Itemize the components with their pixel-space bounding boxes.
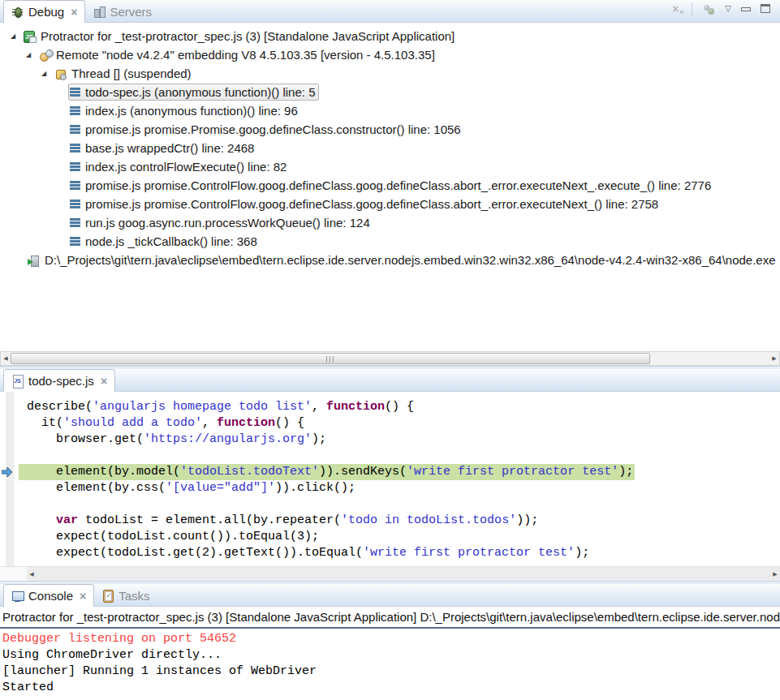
tasks-icon xyxy=(101,589,114,602)
code-line-text: var todoList = element.all(by.repeater('… xyxy=(19,513,538,529)
stack-frame-row[interactable]: promise.js promise.Promise.goog.defineCl… xyxy=(0,120,780,139)
current-debug-line: element(by.model('todoList.todoText')).s… xyxy=(19,464,635,480)
editor-tab-bar: todo-spec.js × xyxy=(0,369,780,392)
tree-item-box: Protractor for _test-protractor_spec.js … xyxy=(22,28,459,45)
tree-item-label: node.js _tickCallback() line: 368 xyxy=(85,234,257,248)
tab-console[interactable]: Console × xyxy=(3,584,94,607)
tree-item-label: todo-spec.js (anonymous function)() line… xyxy=(85,85,315,99)
expand-arrow-icon[interactable]: ◢ xyxy=(11,27,22,45)
scroll-left-icon[interactable]: ◀ xyxy=(27,567,37,582)
code-editor[interactable]: describe('angularjs homepage todo list',… xyxy=(0,392,780,566)
stack-frame-icon xyxy=(70,176,81,195)
tree-item-box: Thread [] (suspended) xyxy=(53,65,196,82)
code-line[interactable]: it('should add a todo', function() { xyxy=(19,415,780,432)
code-line-text: expect(todoList.get(2).getText()).toEqua… xyxy=(19,545,589,561)
stack-frame-icon xyxy=(70,195,81,213)
js-launch-icon xyxy=(24,30,37,43)
scrollbar-track[interactable]: ◀ ▶ xyxy=(27,567,780,581)
tab-debug[interactable]: Debug × xyxy=(3,0,85,23)
code-line[interactable]: expect(todoList.get(2).getText()).toEqua… xyxy=(19,545,780,561)
tree-item-box: promise.js promise.Promise.goog.defineCl… xyxy=(68,121,465,138)
stack-frame-icon xyxy=(70,120,81,139)
stack-frame-row[interactable]: node.js _tickCallback() line: 368 xyxy=(0,232,780,251)
code-line[interactable]: element(by.model('todoList.todoText')).s… xyxy=(19,464,780,480)
code-line-text: it('should add a todo', function() { xyxy=(19,415,304,432)
stack-frame-row[interactable]: todo-spec.js (anonymous function)() line… xyxy=(0,83,780,101)
minimize-view-button[interactable] xyxy=(741,7,751,11)
process-icon xyxy=(28,254,41,267)
stack-frame-icon xyxy=(70,232,81,251)
stack-frame-row[interactable]: run.js goog.async.run.processWorkQueue()… xyxy=(0,213,780,232)
tab-tasks[interactable]: Tasks xyxy=(94,585,157,606)
debug-tree-row[interactable]: ◢Protractor for _test-protractor_spec.js… xyxy=(0,27,780,45)
maximize-view-button[interactable] xyxy=(761,4,770,13)
tree-item-box: node.js _tickCallback() line: 368 xyxy=(68,233,261,250)
stack-frame-icon xyxy=(70,139,81,157)
tree-item-box: base.js wrappedCtr() line: 2468 xyxy=(68,140,258,157)
console-tab-bar: Console × Tasks xyxy=(0,584,780,607)
code-line[interactable] xyxy=(19,496,780,513)
tree-item-box: index.js (anonymous function)() line: 96 xyxy=(68,102,302,119)
console-icon xyxy=(11,590,24,603)
stack-frame-row[interactable]: promise.js promise.ControlFlow.goog.defi… xyxy=(0,195,780,213)
code-line[interactable]: describe('angularjs homepage todo list',… xyxy=(19,399,780,415)
remove-all-terminated-icon[interactable]: ×× xyxy=(669,2,682,15)
code-line-text: describe('angularjs homepage todo list',… xyxy=(19,399,414,415)
scroll-right-icon[interactable]: ▶ xyxy=(769,352,779,365)
view-menu-icon[interactable]: ▽ xyxy=(725,2,731,15)
debug-view: Debug × Servers ×× ▽ ◢Protractor for _te… xyxy=(0,0,780,366)
close-icon[interactable]: × xyxy=(80,591,86,601)
tree-item-label: run.js goog.async.run.processWorkQueue()… xyxy=(85,216,370,230)
tree-item-label: base.js wrappedCtr() line: 2468 xyxy=(85,141,254,155)
stack-frame-row[interactable]: promise.js promise.ControlFlow.goog.defi… xyxy=(0,176,780,195)
close-icon[interactable]: × xyxy=(101,376,107,386)
tab-label: Servers xyxy=(110,5,152,19)
code-line[interactable]: var todoList = element.all(by.repeater('… xyxy=(19,513,780,529)
close-icon[interactable]: × xyxy=(71,7,77,17)
tree-item-label: Thread [] (suspended) xyxy=(71,67,192,80)
console-line: [launcher] Running 1 instances of WebDri… xyxy=(2,663,780,680)
stack-frame-icon xyxy=(70,157,81,176)
editor-horizontal-scrollbar[interactable]: ◀ ▶ xyxy=(0,566,780,581)
tree-item-label: Remote "node v4.2.4" embedding V8 4.5.10… xyxy=(56,48,435,62)
tab-label: Console xyxy=(28,589,73,603)
code-line-text: expect(todoList.count()).toEqual(3); xyxy=(19,529,319,545)
tree-item-box: D:\_Projects\git\tern.java\eclipse\embed… xyxy=(26,251,780,268)
tab-label: Tasks xyxy=(119,589,149,603)
expand-arrow-icon[interactable]: ◢ xyxy=(41,64,53,83)
console-line: Debugger listening on port 54652 xyxy=(2,631,780,647)
stack-frame-row[interactable]: base.js wrappedCtr() line: 2468 xyxy=(0,139,780,157)
tree-item-box: promise.js promise.ControlFlow.goog.defi… xyxy=(68,177,715,194)
instruction-pointer-icon xyxy=(2,467,13,477)
debug-tree-row[interactable]: ◢Thread [] (suspended) xyxy=(0,64,780,83)
expand-arrow-icon[interactable]: ◢ xyxy=(26,45,37,64)
debug-horizontal-scrollbar[interactable]: ◀ ▶ xyxy=(0,351,780,366)
tab-servers[interactable]: Servers xyxy=(85,1,159,22)
editor-view: todo-spec.js × describe('angularjs homep… xyxy=(0,369,780,581)
console-line: Started xyxy=(2,680,780,696)
debug-tree-row[interactable]: ◢Remote "node v4.2.4" embedding V8 4.5.1… xyxy=(0,45,780,64)
thread-icon xyxy=(54,67,67,80)
console-view: Console × Tasks Protractor for _test-pro… xyxy=(0,584,780,700)
stack-frame-row[interactable]: index.js controlFlowExecute() line: 82 xyxy=(0,157,780,176)
code-line[interactable]: expect(todoList.count()).toEqual(3); xyxy=(19,529,780,545)
debug-options-icon[interactable] xyxy=(702,2,715,15)
code-line[interactable]: element(by.css('[value="add"]')).click()… xyxy=(19,480,780,496)
code-line-text xyxy=(19,448,27,464)
stack-frame-icon xyxy=(70,101,81,120)
debug-tree-row[interactable]: D:\_Projects\git\tern.java\eclipse\embed… xyxy=(0,251,780,269)
tree-item-label: Protractor for _test-protractor_spec.js … xyxy=(41,29,455,43)
console-line: Using ChromeDriver directly... xyxy=(2,647,780,663)
stack-frame-row[interactable]: index.js (anonymous function)() line: 96 xyxy=(0,101,780,120)
scroll-left-icon[interactable]: ◀ xyxy=(1,352,11,365)
code-line[interactable]: browser.get('https://angularjs.org'); xyxy=(19,432,780,448)
scrollbar-thumb[interactable] xyxy=(11,353,650,364)
js-file-icon xyxy=(11,375,24,388)
tree-item-box: todo-spec.js (anonymous function)() line… xyxy=(68,84,319,101)
tree-item-label: promise.js promise.ControlFlow.goog.defi… xyxy=(85,178,711,192)
tab-todo-spec[interactable]: todo-spec.js × xyxy=(3,369,115,392)
tree-item-label: promise.js promise.Promise.goog.defineCl… xyxy=(85,122,461,136)
code-lines: describe('angularjs homepage todo list',… xyxy=(19,399,780,561)
code-line[interactable] xyxy=(19,448,780,464)
scroll-right-icon[interactable]: ▶ xyxy=(770,567,780,582)
